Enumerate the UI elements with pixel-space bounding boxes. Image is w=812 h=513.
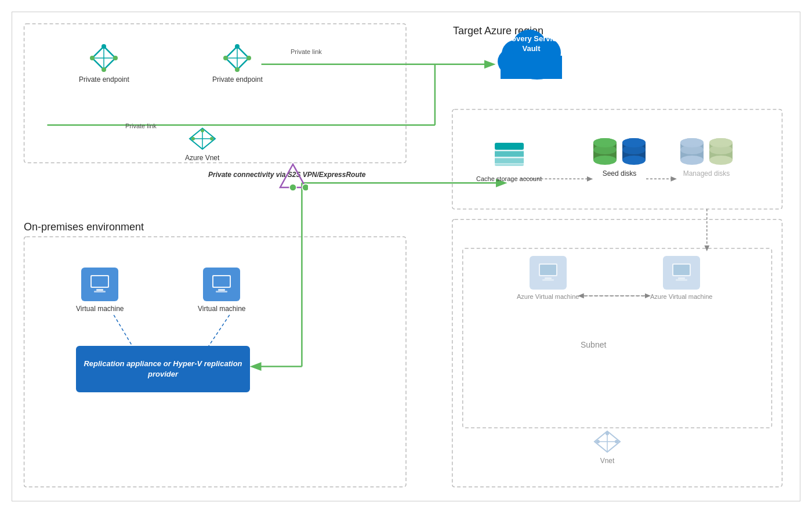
svg-point-82 bbox=[709, 145, 733, 154]
svg-rect-57 bbox=[495, 151, 524, 157]
private-link-top-label: Private link bbox=[291, 48, 322, 55]
vm2-icon bbox=[203, 268, 240, 301]
svg-rect-56 bbox=[495, 143, 524, 150]
pe1-icon bbox=[90, 44, 118, 72]
svg-rect-89 bbox=[678, 277, 685, 279]
svg-rect-88 bbox=[673, 265, 690, 275]
svg-rect-23 bbox=[501, 56, 562, 79]
svg-point-36 bbox=[223, 56, 228, 60]
azure-vm1: Azure Virtual machine bbox=[517, 256, 579, 300]
svg-point-72 bbox=[622, 145, 646, 154]
svg-rect-48 bbox=[92, 276, 108, 287]
svg-rect-49 bbox=[96, 289, 103, 291]
s2s-vpn-icon bbox=[278, 162, 308, 194]
svg-point-46 bbox=[302, 184, 308, 191]
svg-point-75 bbox=[680, 156, 704, 165]
azure-vm2: Azure Virtual machine bbox=[650, 256, 712, 300]
cache-storage-icon bbox=[492, 137, 527, 172]
azure-vm1-icon bbox=[530, 256, 567, 290]
on-premises-label: On-premises environment bbox=[24, 221, 144, 233]
azure-vnet: Azure Vnet bbox=[185, 126, 219, 162]
svg-point-41 bbox=[191, 137, 195, 140]
recovery-vault-label: Recovery Services Vault bbox=[494, 34, 569, 54]
seed-disks: Seed disks bbox=[592, 137, 647, 178]
svg-rect-54 bbox=[216, 291, 227, 292]
vm1-screen-icon bbox=[89, 274, 110, 295]
svg-rect-58 bbox=[495, 158, 524, 164]
svg-rect-59 bbox=[495, 164, 524, 166]
pe2-icon bbox=[223, 44, 251, 72]
svg-point-28 bbox=[102, 67, 106, 72]
svg-rect-86 bbox=[542, 279, 554, 281]
svg-point-37 bbox=[246, 56, 251, 60]
svg-point-94 bbox=[596, 440, 600, 443]
svg-point-67 bbox=[593, 145, 617, 154]
vm2-screen-icon bbox=[211, 274, 232, 295]
svg-point-30 bbox=[113, 56, 118, 60]
svg-point-29 bbox=[90, 56, 95, 60]
svg-point-34 bbox=[235, 44, 240, 49]
private-endpoint-2: Private endpoint bbox=[212, 44, 263, 84]
azure-vm2-screen-icon bbox=[671, 262, 692, 283]
svg-point-80 bbox=[709, 156, 733, 165]
azure-vm1-label: Azure Virtual machine bbox=[517, 293, 579, 300]
subnet-label: Subnet bbox=[581, 340, 606, 349]
svg-rect-90 bbox=[676, 279, 687, 281]
vm1-icon bbox=[81, 268, 118, 301]
svg-point-42 bbox=[201, 129, 204, 132]
pe1-label: Private endpoint bbox=[79, 75, 129, 84]
cache-storage: Cache storage account bbox=[476, 137, 542, 182]
seed-disks-icons bbox=[592, 137, 647, 166]
vm1-label: Virtual machine bbox=[76, 305, 124, 313]
svg-rect-52 bbox=[213, 276, 230, 287]
seed-disks-label: Seed disks bbox=[603, 169, 637, 178]
seed-disk1-icon bbox=[592, 137, 618, 166]
svg-rect-84 bbox=[540, 265, 556, 275]
svg-rect-50 bbox=[94, 291, 106, 292]
recovery-vault-container: Recovery Services Vault bbox=[494, 24, 569, 84]
svg-point-95 bbox=[606, 432, 609, 435]
svg-point-43 bbox=[210, 137, 213, 140]
diagram-container: Target Azure region Recovery Services Va… bbox=[12, 12, 800, 501]
managed-disks-label: Managed disks bbox=[683, 169, 730, 178]
svg-point-70 bbox=[622, 156, 646, 165]
svg-point-96 bbox=[615, 440, 618, 443]
azure-vm2-icon bbox=[663, 256, 700, 290]
seed-disk2-icon bbox=[621, 137, 647, 166]
vm2-label: Virtual machine bbox=[198, 305, 246, 313]
managed-disk1-icon bbox=[679, 137, 705, 166]
target-vnet: Vnet bbox=[592, 429, 622, 465]
svg-point-77 bbox=[680, 145, 704, 154]
vm2: Virtual machine bbox=[198, 268, 246, 313]
azure-vm1-screen-icon bbox=[538, 262, 559, 283]
svg-point-27 bbox=[102, 44, 106, 49]
svg-rect-85 bbox=[545, 277, 552, 279]
vnet-icon bbox=[187, 126, 217, 150]
managed-disks: Managed disks bbox=[679, 137, 734, 178]
replication-appliance-box: Replication appliance or Hyper-V replica… bbox=[76, 346, 250, 392]
managed-disk2-icon bbox=[708, 137, 734, 166]
private-endpoint-1: Private endpoint bbox=[79, 44, 129, 84]
managed-disks-icons bbox=[679, 137, 734, 166]
target-vnet-icon bbox=[592, 429, 622, 453]
vm1: Virtual machine bbox=[76, 268, 124, 313]
svg-rect-53 bbox=[218, 289, 225, 291]
svg-rect-4 bbox=[463, 248, 772, 428]
azure-vm2-label: Azure Virtual machine bbox=[650, 293, 712, 300]
azure-vnet-label: Azure Vnet bbox=[185, 154, 219, 162]
svg-point-35 bbox=[235, 67, 240, 72]
private-link-mid-label: Private link bbox=[125, 122, 157, 129]
replication-appliance-label: Replication appliance or Hyper-V replica… bbox=[77, 359, 249, 380]
target-vnet-label: Vnet bbox=[600, 457, 615, 465]
svg-point-65 bbox=[593, 156, 617, 165]
svg-point-45 bbox=[289, 184, 296, 191]
cache-storage-label: Cache storage account bbox=[476, 175, 542, 182]
triangle-icon bbox=[278, 162, 308, 192]
pe2-label: Private endpoint bbox=[212, 75, 263, 84]
